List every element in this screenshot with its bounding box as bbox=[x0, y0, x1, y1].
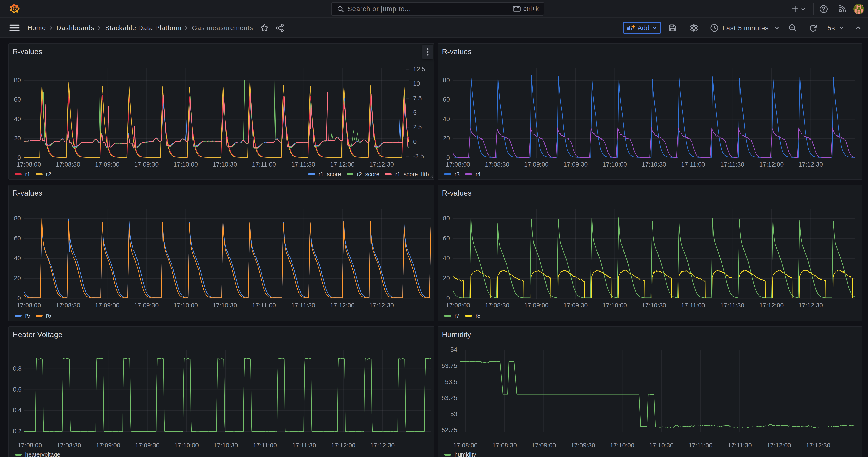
svg-text:17:12:00: 17:12:00 bbox=[330, 161, 354, 168]
svg-text:5: 5 bbox=[413, 109, 416, 116]
svg-text:17:12:30: 17:12:30 bbox=[799, 161, 823, 168]
svg-text:17:08:00: 17:08:00 bbox=[445, 302, 470, 309]
svg-text:40: 40 bbox=[443, 255, 450, 262]
svg-text:17:11:30: 17:11:30 bbox=[291, 302, 315, 309]
svg-text:17:10:00: 17:10:00 bbox=[602, 161, 627, 168]
svg-text:17:11:30: 17:11:30 bbox=[728, 442, 752, 449]
svg-text:80: 80 bbox=[443, 215, 450, 222]
svg-text:17:10:00: 17:10:00 bbox=[174, 442, 199, 449]
svg-text:17:09:30: 17:09:30 bbox=[571, 442, 595, 449]
svg-text:17:11:30: 17:11:30 bbox=[292, 442, 316, 449]
svg-text:60: 60 bbox=[443, 96, 450, 103]
svg-text:17:09:00: 17:09:00 bbox=[532, 442, 556, 449]
svg-text:17:08:00: 17:08:00 bbox=[453, 442, 477, 449]
svg-text:17:10:00: 17:10:00 bbox=[610, 442, 634, 449]
svg-text:53.5: 53.5 bbox=[445, 378, 457, 385]
svg-text:17:08:30: 17:08:30 bbox=[56, 161, 80, 168]
svg-text:10: 10 bbox=[413, 80, 420, 87]
svg-text:17:08:00: 17:08:00 bbox=[17, 161, 41, 168]
svg-text:0.8: 0.8 bbox=[13, 365, 22, 372]
svg-text:17:11:00: 17:11:00 bbox=[253, 442, 277, 449]
svg-text:17:11:00: 17:11:00 bbox=[252, 302, 276, 309]
svg-text:54: 54 bbox=[450, 346, 457, 353]
svg-text:0: 0 bbox=[18, 154, 21, 161]
svg-text:17:09:00: 17:09:00 bbox=[524, 302, 549, 309]
svg-text:17:11:30: 17:11:30 bbox=[720, 161, 744, 168]
svg-text:0: 0 bbox=[18, 295, 21, 302]
svg-text:52.75: 52.75 bbox=[441, 427, 457, 433]
svg-text:-2.5: -2.5 bbox=[413, 153, 424, 160]
svg-text:17:11:00: 17:11:00 bbox=[681, 161, 705, 168]
svg-text:53.75: 53.75 bbox=[441, 362, 457, 369]
svg-text:60: 60 bbox=[14, 96, 21, 103]
svg-text:17:08:30: 17:08:30 bbox=[485, 161, 509, 168]
svg-text:0.6: 0.6 bbox=[13, 386, 22, 393]
svg-text:80: 80 bbox=[443, 77, 450, 84]
svg-text:0.2: 0.2 bbox=[13, 428, 22, 435]
svg-text:80: 80 bbox=[14, 215, 21, 222]
svg-text:17:11:30: 17:11:30 bbox=[720, 302, 744, 309]
svg-text:60: 60 bbox=[443, 235, 450, 242]
svg-text:17:12:30: 17:12:30 bbox=[370, 442, 395, 449]
svg-text:17:09:30: 17:09:30 bbox=[563, 302, 588, 309]
svg-text:17:08:00: 17:08:00 bbox=[18, 442, 42, 449]
svg-text:60: 60 bbox=[14, 235, 21, 242]
svg-text:17:11:00: 17:11:00 bbox=[688, 442, 712, 449]
svg-text:20: 20 bbox=[443, 135, 450, 142]
svg-text:17:10:30: 17:10:30 bbox=[213, 442, 238, 449]
svg-text:17:09:30: 17:09:30 bbox=[134, 161, 158, 168]
svg-text:0: 0 bbox=[446, 154, 450, 161]
svg-text:17:10:30: 17:10:30 bbox=[642, 302, 666, 309]
svg-text:17:09:00: 17:09:00 bbox=[96, 442, 120, 449]
svg-text:17:11:00: 17:11:00 bbox=[681, 302, 705, 309]
svg-text:17:10:30: 17:10:30 bbox=[642, 161, 666, 168]
svg-text:12.5: 12.5 bbox=[413, 66, 425, 73]
svg-text:17:09:30: 17:09:30 bbox=[135, 442, 159, 449]
svg-text:17:10:00: 17:10:00 bbox=[602, 302, 627, 309]
svg-text:17:08:00: 17:08:00 bbox=[17, 302, 41, 309]
svg-text:17:10:30: 17:10:30 bbox=[649, 442, 674, 449]
svg-text:17:09:00: 17:09:00 bbox=[95, 161, 120, 168]
svg-text:7.5: 7.5 bbox=[413, 95, 422, 102]
svg-text:2.5: 2.5 bbox=[413, 124, 422, 131]
svg-text:17:12:00: 17:12:00 bbox=[767, 442, 791, 449]
svg-text:17:12:00: 17:12:00 bbox=[759, 302, 784, 309]
svg-text:17:10:30: 17:10:30 bbox=[213, 302, 237, 309]
svg-text:17:08:30: 17:08:30 bbox=[485, 302, 509, 309]
svg-text:17:12:00: 17:12:00 bbox=[759, 161, 784, 168]
svg-text:53: 53 bbox=[450, 410, 457, 418]
svg-text:17:09:30: 17:09:30 bbox=[134, 302, 158, 309]
svg-text:17:08:30: 17:08:30 bbox=[57, 442, 81, 449]
svg-text:17:12:00: 17:12:00 bbox=[330, 302, 354, 309]
svg-text:17:12:30: 17:12:30 bbox=[806, 442, 830, 449]
svg-text:17:10:30: 17:10:30 bbox=[213, 161, 237, 168]
svg-text:17:11:00: 17:11:00 bbox=[252, 161, 276, 168]
svg-text:17:09:00: 17:09:00 bbox=[524, 161, 549, 168]
svg-text:17:08:30: 17:08:30 bbox=[492, 442, 517, 449]
svg-text:40: 40 bbox=[14, 116, 21, 123]
svg-text:17:09:00: 17:09:00 bbox=[95, 302, 120, 309]
svg-text:17:12:30: 17:12:30 bbox=[369, 161, 394, 168]
svg-text:80: 80 bbox=[14, 77, 21, 84]
svg-text:20: 20 bbox=[14, 135, 21, 142]
svg-text:53.25: 53.25 bbox=[441, 394, 457, 401]
svg-text:20: 20 bbox=[14, 275, 21, 282]
svg-text:0: 0 bbox=[446, 295, 450, 302]
svg-text:17:12:30: 17:12:30 bbox=[799, 302, 823, 309]
svg-text:17:08:30: 17:08:30 bbox=[56, 302, 80, 309]
svg-text:0.4: 0.4 bbox=[13, 407, 22, 414]
svg-text:17:10:00: 17:10:00 bbox=[174, 161, 198, 168]
svg-text:0: 0 bbox=[413, 139, 416, 145]
svg-text:40: 40 bbox=[443, 116, 450, 123]
svg-text:17:08:00: 17:08:00 bbox=[445, 161, 470, 168]
svg-text:17:12:00: 17:12:00 bbox=[331, 442, 355, 449]
svg-text:17:10:00: 17:10:00 bbox=[174, 302, 198, 309]
svg-text:17:09:30: 17:09:30 bbox=[563, 161, 588, 168]
svg-text:17:11:30: 17:11:30 bbox=[291, 161, 315, 168]
svg-text:17:12:30: 17:12:30 bbox=[369, 302, 394, 309]
svg-text:40: 40 bbox=[14, 255, 21, 262]
svg-text:20: 20 bbox=[443, 275, 450, 282]
